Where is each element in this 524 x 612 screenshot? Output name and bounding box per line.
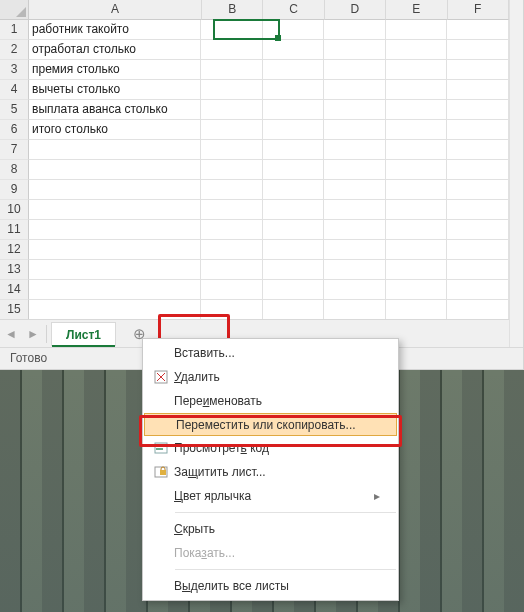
row-2[interactable]: 2 [0,40,29,60]
submenu-arrow-icon: ▸ [374,489,380,503]
col-C[interactable]: C [263,0,324,20]
vertical-scrollbar[interactable] [509,0,523,369]
menu-select-all-sheets[interactable]: Выделить все листы [143,574,398,598]
menu-protect-label: Защитить лист... [174,465,380,479]
cell-B1[interactable] [201,20,263,40]
menu-delete[interactable]: Удалить [143,365,398,389]
row-6[interactable]: 6 [0,120,29,140]
row-9[interactable]: 9 [0,180,29,200]
menu-move-or-copy[interactable]: Переместить или скопировать... [144,413,397,436]
separator [175,512,396,513]
cell-D1[interactable] [324,20,386,40]
row-12[interactable]: 12 [0,240,29,260]
sheet-context-menu: Вставить... Удалить Переименовать Переме… [142,338,399,601]
excel-window: A B C D E F 1 2 3 4 5 6 7 8 9 10 11 12 1… [0,0,524,370]
menu-insert-label: Вставить... [174,346,380,360]
column-headers: A B C D E F [29,0,509,20]
menu-rename[interactable]: Переименовать [143,389,398,413]
row-13[interactable]: 13 [0,260,29,280]
menu-protect-sheet[interactable]: Защитить лист... [143,460,398,484]
sheet-nav-next[interactable]: ► [22,327,44,341]
cell-A4[interactable]: вычеты столько [29,80,201,100]
col-B[interactable]: B [202,0,263,20]
sheet-tab-1[interactable]: Лист1 [51,322,116,346]
row-11[interactable]: 11 [0,220,29,240]
row-headers: 1 2 3 4 5 6 7 8 9 10 11 12 13 14 15 [0,20,29,320]
svg-rect-5 [156,448,163,450]
menu-delete-label: Удалить [174,370,380,384]
row-7[interactable]: 7 [0,140,29,160]
sheet-nav-prev[interactable]: ◄ [0,327,22,341]
row-8[interactable]: 8 [0,160,29,180]
cell-A3[interactable]: премия столько [29,60,201,80]
col-F[interactable]: F [448,0,509,20]
protect-icon [148,464,174,480]
row-4[interactable]: 4 [0,80,29,100]
divider [46,325,47,343]
row-14[interactable]: 14 [0,280,29,300]
cell-F1[interactable] [447,20,509,40]
menu-selectall-label: Выделить все листы [174,579,380,593]
svg-rect-4 [156,445,160,447]
menu-tabcolor-label: Цвет ярлычка [174,489,374,503]
col-D[interactable]: D [325,0,386,20]
delete-icon [148,369,174,385]
menu-move-label: Переместить или скопировать... [176,418,378,432]
cell-grid[interactable]: работник такойто отработал столько преми… [29,20,509,320]
view-code-icon [148,440,174,456]
cell-A1[interactable]: работник такойто [29,20,201,40]
separator [175,569,396,570]
col-A[interactable]: A [29,0,202,20]
menu-insert[interactable]: Вставить... [143,341,398,365]
menu-unhide: Показать... [143,541,398,565]
row-3[interactable]: 3 [0,60,29,80]
row-10[interactable]: 10 [0,200,29,220]
row-5[interactable]: 5 [0,100,29,120]
svg-rect-7 [160,470,166,475]
row-15[interactable]: 15 [0,300,29,320]
select-all-cells-button[interactable] [0,0,29,20]
menu-rename-label: Переименовать [174,394,380,408]
cell-E1[interactable] [386,20,448,40]
menu-view-code-label: Просмотреть код [174,441,380,455]
cell-A6[interactable]: итого столько [29,120,201,140]
cell-A5[interactable]: выплата аванса столько [29,100,201,120]
menu-view-code[interactable]: Просмотреть код [143,436,398,460]
cell-C1[interactable] [263,20,325,40]
status-ready: Готово [10,351,47,365]
cell-A2[interactable]: отработал столько [29,40,201,60]
col-E[interactable]: E [386,0,447,20]
menu-tab-color[interactable]: Цвет ярлычка ▸ [143,484,398,508]
menu-hide[interactable]: Скрыть [143,517,398,541]
menu-hide-label: Скрыть [174,522,380,536]
row-1[interactable]: 1 [0,20,29,40]
menu-unhide-label: Показать... [174,546,380,560]
